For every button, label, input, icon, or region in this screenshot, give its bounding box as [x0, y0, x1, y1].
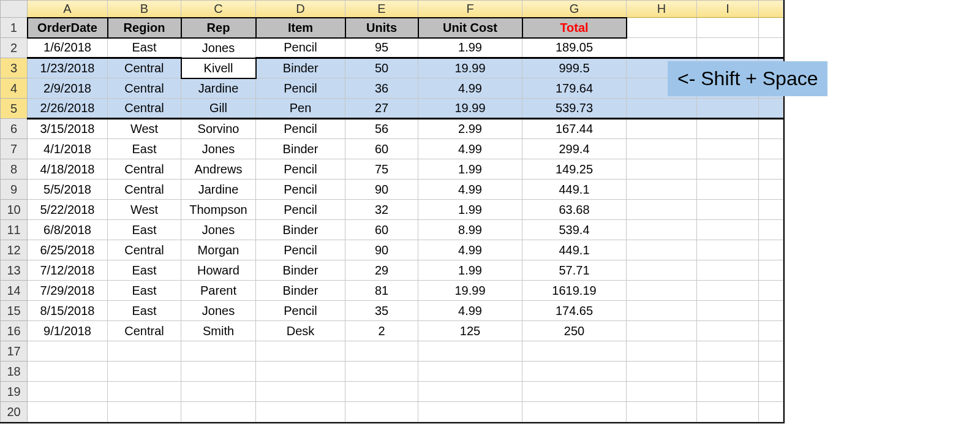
col-header-extra[interactable]: [759, 1, 783, 18]
cell[interactable]: Jones: [181, 220, 256, 240]
cell[interactable]: Pen: [256, 99, 345, 119]
cell[interactable]: Pencil: [256, 200, 345, 220]
table-row[interactable]: 10 5/22/2018WestThompsonPencil321.9963.6…: [1, 200, 783, 220]
cell[interactable]: 539.4: [522, 220, 627, 240]
cell[interactable]: 2.99: [418, 119, 522, 139]
cell[interactable]: 50: [345, 58, 418, 78]
cell[interactable]: [697, 301, 759, 321]
cell[interactable]: [627, 382, 697, 402]
cell[interactable]: 35: [345, 301, 418, 321]
cell[interactable]: [627, 240, 697, 260]
header-units[interactable]: Units: [345, 18, 418, 38]
cell[interactable]: [759, 382, 783, 402]
table-row-selected[interactable]: 3 1/23/2018 Central Kivell Binder 50 19.…: [1, 58, 783, 78]
cell[interactable]: [256, 382, 345, 402]
cell[interactable]: [759, 301, 783, 321]
row-header-20[interactable]: 20: [1, 402, 28, 422]
cell[interactable]: [759, 38, 783, 58]
cell[interactable]: [759, 159, 783, 180]
cell[interactable]: Binder: [256, 220, 345, 240]
cell[interactable]: Pencil: [256, 38, 345, 58]
col-header-C[interactable]: C: [181, 1, 256, 18]
cell[interactable]: 174.65: [522, 301, 627, 321]
cell[interactable]: Gill: [181, 99, 256, 119]
cell[interactable]: [627, 119, 697, 139]
cell[interactable]: 60: [345, 139, 418, 159]
table-row[interactable]: 19: [1, 382, 783, 402]
cell[interactable]: Central: [108, 240, 181, 260]
cell[interactable]: Morgan: [181, 240, 256, 260]
cell[interactable]: [627, 38, 697, 58]
cell[interactable]: [759, 99, 783, 119]
cell[interactable]: 1.99: [418, 200, 522, 220]
col-header-G[interactable]: G: [522, 1, 627, 18]
cell[interactable]: 4.99: [418, 139, 522, 159]
col-header-H[interactable]: H: [627, 1, 697, 18]
cell[interactable]: [108, 402, 181, 422]
cell[interactable]: [697, 220, 759, 240]
table-row[interactable]: 8 4/18/2018CentralAndrewsPencil751.99149…: [1, 159, 783, 180]
cell[interactable]: 7/29/2018: [28, 281, 108, 301]
cell[interactable]: 27: [345, 99, 418, 119]
cell[interactable]: Jones: [181, 38, 256, 58]
cell[interactable]: [522, 341, 627, 362]
cell[interactable]: 149.25: [522, 159, 627, 180]
cell[interactable]: [627, 402, 697, 422]
row-header-12[interactable]: 12: [1, 240, 28, 260]
cell[interactable]: 90: [345, 240, 418, 260]
cell[interactable]: 8.99: [418, 220, 522, 240]
row-header-5[interactable]: 5: [1, 99, 28, 119]
cell[interactable]: [522, 362, 627, 382]
cell[interactable]: [345, 402, 418, 422]
table-row-selected[interactable]: 5 2/26/2018 Central Gill Pen 27 19.99 53…: [1, 99, 783, 119]
table-row[interactable]: 17: [1, 341, 783, 362]
cell[interactable]: [697, 260, 759, 281]
row-header-18[interactable]: 18: [1, 362, 28, 382]
cell[interactable]: 5/22/2018: [28, 200, 108, 220]
col-header-E[interactable]: E: [345, 1, 418, 18]
cell[interactable]: East: [108, 301, 181, 321]
row-header-3[interactable]: 3: [1, 58, 28, 78]
header-item[interactable]: Item: [256, 18, 345, 38]
cell[interactable]: [697, 362, 759, 382]
cell[interactable]: 81: [345, 281, 418, 301]
cell[interactable]: East: [108, 38, 181, 58]
col-header-D[interactable]: D: [256, 1, 345, 18]
cell[interactable]: [345, 382, 418, 402]
cell[interactable]: Jardine: [181, 78, 256, 99]
cell[interactable]: 6/8/2018: [28, 220, 108, 240]
cell[interactable]: [522, 402, 627, 422]
cell[interactable]: 4/18/2018: [28, 159, 108, 180]
cell[interactable]: Binder: [256, 281, 345, 301]
cell[interactable]: [418, 382, 522, 402]
cell[interactable]: 5/5/2018: [28, 180, 108, 200]
cell[interactable]: [759, 200, 783, 220]
table-row[interactable]: 20: [1, 402, 783, 422]
cell[interactable]: Parent: [181, 281, 256, 301]
cell[interactable]: 9/1/2018: [28, 321, 108, 341]
cell[interactable]: [28, 362, 108, 382]
cell[interactable]: [627, 200, 697, 220]
data-header-row[interactable]: 1 OrderDate Region Rep Item Units Unit C…: [1, 18, 783, 38]
header-rep[interactable]: Rep: [181, 18, 256, 38]
cell[interactable]: 3/15/2018: [28, 119, 108, 139]
cell[interactable]: Central: [108, 58, 181, 78]
cell[interactable]: Thompson: [181, 200, 256, 220]
cell[interactable]: Central: [108, 159, 181, 180]
cell[interactable]: 449.1: [522, 240, 627, 260]
cell[interactable]: [28, 402, 108, 422]
cell[interactable]: 299.4: [522, 139, 627, 159]
cell[interactable]: 999.5: [522, 58, 627, 78]
cell[interactable]: 250: [522, 321, 627, 341]
table-row[interactable]: 12 6/25/2018CentralMorganPencil904.99449…: [1, 240, 783, 260]
cell[interactable]: [181, 362, 256, 382]
cell-H1[interactable]: [627, 18, 697, 38]
cell[interactable]: Pencil: [256, 180, 345, 200]
cell[interactable]: [627, 321, 697, 341]
table-row[interactable]: 9 5/5/2018CentralJardinePencil904.99449.…: [1, 180, 783, 200]
cell[interactable]: [697, 382, 759, 402]
cell[interactable]: [759, 139, 783, 159]
row-header-13[interactable]: 13: [1, 260, 28, 281]
spreadsheet[interactable]: A B C D E F G H I 1 OrderDate Region Rep…: [0, 0, 785, 423]
table-row[interactable]: 7 4/1/2018EastJonesBinder604.99299.4: [1, 139, 783, 159]
